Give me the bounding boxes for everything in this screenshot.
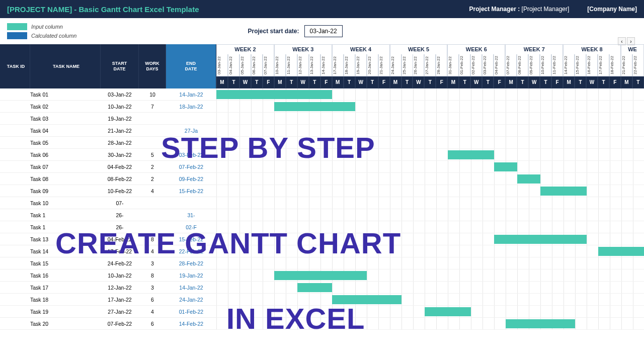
cell-task-name[interactable]: Task 02 <box>30 104 101 110</box>
table-row[interactable]: Task 1524-Feb-22328-Feb-22 <box>0 257 216 269</box>
cell-work-days[interactable]: 5 <box>139 152 166 158</box>
cell-work-days[interactable]: 3 <box>139 285 166 291</box>
cell-task-name[interactable]: Task 10 <box>30 200 101 206</box>
cell-task-name[interactable]: Task 07 <box>30 164 101 170</box>
cell-start-date[interactable]: 28-Jan-22 <box>101 140 139 146</box>
cell-task-name[interactable]: Task 1 <box>30 212 101 218</box>
cell-start-date[interactable]: 10-Jan-22 <box>101 273 139 279</box>
cell-task-name[interactable]: Task 08 <box>30 176 101 182</box>
cell-start-date[interactable]: 17-Feb-22 <box>101 248 139 254</box>
cell-start-date[interactable]: 19-Jan-22 <box>101 116 139 122</box>
day-header: F <box>436 76 447 88</box>
cell-task-name[interactable]: Task 04 <box>30 128 101 134</box>
cell-task-name[interactable]: Task 17 <box>30 285 101 291</box>
week-header: WEEK 7 <box>505 44 563 54</box>
day-header: W <box>239 76 251 88</box>
cell-start-date[interactable]: 07-Feb-22 <box>101 321 139 327</box>
day-header: M <box>447 76 459 88</box>
cell-task-name[interactable]: Task 01 <box>30 92 101 98</box>
gantt-bar[interactable] <box>274 271 367 280</box>
cell-task-name[interactable]: Task 03 <box>30 116 101 122</box>
cell-work-days[interactable]: 4 <box>139 188 166 194</box>
gantt-bar[interactable] <box>506 319 575 328</box>
cell-start-date[interactable]: 24-Feb-22 <box>101 260 139 266</box>
gantt-bar[interactable] <box>332 295 401 304</box>
cell-start-date[interactable]: 04-Feb-22 <box>101 164 139 170</box>
date-header: 01-Feb-22 <box>459 54 470 76</box>
app-header: [PROJECT NAME] - Basic Gantt Chart Excel… <box>0 0 644 18</box>
date-header: 10-Jan-22 <box>274 54 286 76</box>
cell-work-days[interactable]: 6 <box>139 297 166 303</box>
start-date-input[interactable]: 03-Jan-22 <box>304 25 343 37</box>
cell-start-date[interactable]: 07- <box>101 200 139 206</box>
cell-work-days[interactable]: 8 <box>139 273 166 279</box>
cell-start-date[interactable]: 08-Feb-22 <box>101 176 139 182</box>
table-row[interactable]: Task 126-31- <box>0 209 216 221</box>
gantt-bar[interactable] <box>540 187 587 196</box>
cell-task-name[interactable]: Task 06 <box>30 152 101 158</box>
table-row[interactable]: Task 0421-Jan-2227-Ja <box>0 125 216 137</box>
cell-start-date[interactable]: 26- <box>101 212 139 218</box>
cell-start-date[interactable]: 12-Jan-22 <box>101 285 139 291</box>
cell-start-date[interactable]: 21-Jan-22 <box>101 128 139 134</box>
table-row[interactable]: Task 0103-Jan-221014-Jan-22 <box>0 88 216 101</box>
gantt-bar[interactable] <box>494 235 587 244</box>
cell-task-name[interactable]: Task 18 <box>30 297 101 303</box>
cell-start-date[interactable]: 30-Jan-22 <box>101 152 139 158</box>
cell-task-name[interactable]: Task 05 <box>30 140 101 146</box>
cell-work-days[interactable]: 4 <box>139 248 166 254</box>
gantt-bar[interactable] <box>297 283 332 292</box>
cell-task-name[interactable]: Task 16 <box>30 273 101 279</box>
gantt-bar[interactable] <box>274 102 355 111</box>
cell-task-name[interactable]: Task 1 <box>30 224 101 230</box>
table-row[interactable]: Task 0808-Feb-22209-Feb-22 <box>0 173 216 185</box>
cell-start-date[interactable]: 10-Feb-22 <box>101 188 139 194</box>
cell-work-days[interactable]: 3 <box>139 260 166 266</box>
table-row[interactable]: Task 0704-Feb-22207-Feb-22 <box>0 161 216 173</box>
cell-work-days[interactable]: 2 <box>139 164 166 170</box>
cell-work-days[interactable]: 10 <box>139 92 166 98</box>
table-row[interactable]: Task 1304-Feb-22815-Feb-22 <box>0 233 216 245</box>
cell-end-date: 27-Ja <box>166 128 216 134</box>
day-header: M <box>332 76 344 88</box>
cell-start-date[interactable]: 27-Jan-22 <box>101 309 139 315</box>
cell-start-date[interactable]: 04-Feb-22 <box>101 236 139 242</box>
table-row[interactable]: Task 2007-Feb-22614-Feb-22 <box>0 318 216 330</box>
day-header: T <box>344 76 355 88</box>
cell-task-name[interactable]: Task 19 <box>30 309 101 315</box>
cell-start-date[interactable]: 26- <box>101 224 139 230</box>
table-row[interactable]: Task 1817-Jan-22624-Jan-22 <box>0 294 216 306</box>
table-row[interactable]: Task 1610-Jan-22819-Jan-22 <box>0 269 216 282</box>
cell-start-date[interactable]: 10-Jan-22 <box>101 104 139 110</box>
table-row[interactable]: Task 0630-Jan-22503-Feb-22 <box>0 149 216 161</box>
gantt-bar[interactable] <box>598 247 644 256</box>
table-row[interactable]: Task 0528-Jan-22 <box>0 137 216 149</box>
table-row[interactable]: Task 1927-Jan-22401-Feb-22 <box>0 306 216 318</box>
gantt-bar[interactable] <box>517 174 540 184</box>
table-row[interactable]: Task 0910-Feb-22415-Feb-22 <box>0 185 216 197</box>
cell-task-name[interactable]: Task 14 <box>30 248 101 254</box>
gantt-bar[interactable] <box>448 150 494 159</box>
cell-start-date[interactable]: 03-Jan-22 <box>101 92 139 98</box>
cell-start-date[interactable]: 17-Jan-22 <box>101 297 139 303</box>
table-row[interactable]: Task 0319-Jan-22 <box>0 113 216 125</box>
gantt-row <box>216 185 644 197</box>
gantt-bar[interactable] <box>425 307 471 316</box>
cell-task-name[interactable]: Task 15 <box>30 260 101 266</box>
cell-task-name[interactable]: Task 09 <box>30 188 101 194</box>
cell-work-days[interactable]: 4 <box>139 309 166 315</box>
cell-work-days[interactable]: 8 <box>139 236 166 242</box>
table-row[interactable]: Task 1417-Feb-22422-Feb-22 <box>0 245 216 257</box>
day-header: W <box>528 76 540 88</box>
cell-work-days[interactable]: 6 <box>139 321 166 327</box>
table-row[interactable]: Task 1712-Jan-22314-Jan-22 <box>0 282 216 294</box>
cell-task-name[interactable]: Task 13 <box>30 236 101 242</box>
cell-work-days[interactable]: 7 <box>139 104 166 110</box>
gantt-bar[interactable] <box>494 162 517 171</box>
table-row[interactable]: Task 1007- <box>0 197 216 209</box>
table-row[interactable]: Task 0210-Jan-22718-Jan-22 <box>0 101 216 113</box>
cell-work-days[interactable]: 2 <box>139 176 166 182</box>
table-row[interactable]: Task 126-02-F <box>0 221 216 233</box>
gantt-bar[interactable] <box>216 90 332 99</box>
cell-task-name[interactable]: Task 20 <box>30 321 101 327</box>
